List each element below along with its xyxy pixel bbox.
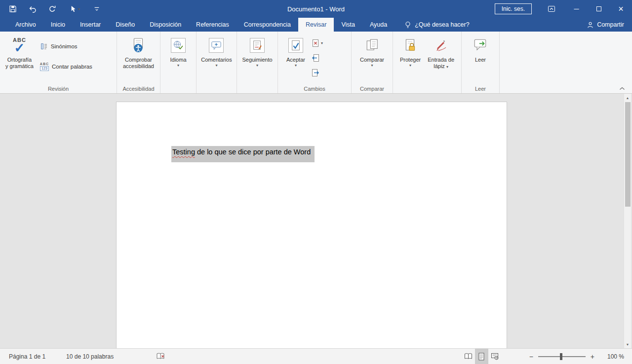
previous-change-icon	[312, 54, 319, 62]
tracking-label: Seguimiento	[242, 57, 272, 63]
vertical-scrollbar[interactable]: ▲ ▼	[624, 94, 631, 348]
ribbon-display-options-icon	[548, 5, 555, 13]
maximize-button[interactable]	[588, 0, 610, 18]
accessibility-label-line2: accesibilidad	[123, 63, 154, 69]
misspelled-word[interactable]: Testing	[172, 148, 195, 156]
paragraph-text[interactable]: de lo que se dice por parte de Word	[195, 148, 311, 156]
scrollbar-thumb[interactable]	[625, 102, 631, 207]
read-aloud-icon	[473, 36, 488, 55]
accessibility-icon	[132, 36, 145, 55]
tracking-button[interactable]: Seguimiento ▾	[240, 34, 274, 69]
chevron-down-icon: ▾	[256, 63, 258, 68]
next-change-button[interactable]	[311, 68, 324, 77]
accept-button[interactable]: Aceptar ▾	[285, 34, 307, 77]
zoom-out-icon: −	[529, 353, 533, 361]
share-label: Compartir	[597, 21, 624, 28]
group-idioma: Idioma ▾	[160, 32, 197, 93]
read-mode-view-button[interactable]	[462, 349, 475, 364]
language-icon	[171, 38, 186, 53]
person-icon	[587, 21, 594, 29]
zoom-in-button[interactable]: +	[591, 353, 594, 361]
close-icon: ×	[618, 4, 624, 14]
ink-label-line2: lápiz	[434, 63, 445, 69]
word-count-label: Contar palabras	[52, 64, 92, 70]
redo-icon	[48, 5, 56, 13]
group-leer: Leer Leer	[462, 32, 500, 93]
proofing-status-button[interactable]	[151, 349, 170, 364]
save-icon	[9, 5, 17, 13]
customize-quick-access-button[interactable]	[91, 3, 103, 15]
collapse-ribbon-button[interactable]	[619, 87, 625, 90]
scroll-down-button[interactable]: ▼	[624, 340, 631, 348]
save-button[interactable]	[7, 3, 19, 15]
word-count-status[interactable]: 10 de 10 palabras	[61, 349, 118, 364]
read-aloud-button[interactable]: Leer	[472, 34, 489, 64]
sign-in-button[interactable]: Inic. ses.	[495, 3, 532, 14]
minimize-button[interactable]: ─	[565, 0, 588, 18]
compare-button[interactable]: Comparar ▾	[358, 34, 386, 69]
chevron-down-icon: ▾	[78, 7, 80, 11]
tab-ayuda[interactable]: Ayuda	[362, 18, 395, 32]
group-label-comparar: Comparar	[352, 86, 393, 92]
page-number-status[interactable]: Página 1 de 1	[4, 349, 50, 364]
tab-inicio[interactable]: Inicio	[43, 18, 73, 32]
tab-diseno[interactable]: Diseño	[108, 18, 142, 32]
reject-button[interactable]: ▾	[311, 38, 324, 48]
thesaurus-button[interactable]: Sinónimos	[38, 41, 94, 51]
spelling-label-line1: Ortografía	[7, 57, 32, 63]
tab-insertar[interactable]: Insertar	[73, 18, 108, 32]
group-label-accesibilidad: Accesibilidad	[117, 86, 160, 92]
status-bar: Página 1 de 1 10 de 10 palabras	[0, 348, 632, 364]
previous-change-button[interactable]	[311, 53, 324, 63]
selected-text[interactable]: Testing de lo que se dice por parte de W…	[171, 146, 315, 162]
check-accessibility-button[interactable]: Comprobar accesibilidad	[121, 34, 156, 71]
document-page[interactable]: Testing de lo que se dice por parte de W…	[116, 102, 507, 348]
chevron-up-icon	[619, 87, 625, 90]
chevron-down-icon: ▾	[321, 41, 323, 45]
scroll-up-icon: ▲	[626, 96, 630, 100]
read-label: Leer	[475, 57, 486, 63]
tell-me-box[interactable]: ¿Qué desea hacer?	[404, 18, 470, 32]
ribbon-tabs: Archivo Inicio Insertar Diseño Disposici…	[0, 18, 632, 32]
redo-button[interactable]	[46, 3, 58, 15]
comments-button[interactable]: Comentarios ▾	[199, 34, 233, 69]
reject-icon	[312, 39, 319, 47]
zoom-slider[interactable]	[538, 356, 586, 357]
touch-mouse-mode-button[interactable]: ▾	[66, 3, 83, 15]
ribbon-display-options-button[interactable]	[545, 5, 558, 13]
zoom-out-button[interactable]: −	[529, 353, 533, 361]
zoom-level[interactable]: 100 %	[601, 353, 624, 360]
undo-button[interactable]	[27, 3, 39, 15]
ribbon: ABC ✓ Ortografía y gramática Sinón	[0, 32, 632, 94]
chevron-down-icon: ▾	[295, 63, 297, 68]
document-area: Testing de lo que se dice por parte de W…	[0, 94, 632, 348]
scroll-up-button[interactable]: ▲	[624, 94, 631, 102]
tab-archivo[interactable]: Archivo	[8, 18, 43, 32]
spelling-label-line2: y gramática	[5, 63, 34, 69]
tab-disposicion[interactable]: Disposición	[142, 18, 189, 32]
share-button[interactable]: Compartir	[587, 18, 624, 32]
word-count-button[interactable]: ABC 123 Contar palabras	[38, 61, 94, 72]
print-layout-icon	[478, 353, 485, 361]
chevron-down-icon: ▾	[215, 63, 217, 68]
thesaurus-label: Sinónimos	[51, 43, 78, 49]
protect-button[interactable]: Proteger ▾	[398, 34, 422, 71]
close-button[interactable]: ×	[610, 0, 632, 18]
tab-revisar[interactable]: Revisar	[298, 18, 334, 32]
chevron-down-icon: ▾	[177, 63, 179, 68]
print-layout-view-button[interactable]	[475, 349, 488, 364]
ink-button[interactable]: Entrada de lápiz ▾	[426, 34, 456, 71]
spelling-grammar-icon: ABC ✓	[13, 36, 26, 55]
tab-referencias[interactable]: Referencias	[189, 18, 237, 32]
tab-vista[interactable]: Vista	[334, 18, 362, 32]
group-label-cambios: Cambios	[278, 86, 351, 92]
undo-icon	[29, 5, 37, 13]
lightbulb-icon	[404, 21, 411, 29]
quick-access-toolbar: ▾	[7, 0, 103, 18]
web-layout-view-button[interactable]	[488, 349, 502, 364]
accessibility-label-line1: Comprobar	[125, 57, 152, 63]
language-button[interactable]: Idioma ▾	[168, 34, 188, 69]
zoom-slider-thumb[interactable]	[560, 353, 562, 360]
tab-correspondencia[interactable]: Correspondencia	[237, 18, 298, 32]
spelling-grammar-button[interactable]: ABC ✓ Ortografía y gramática	[4, 34, 35, 72]
